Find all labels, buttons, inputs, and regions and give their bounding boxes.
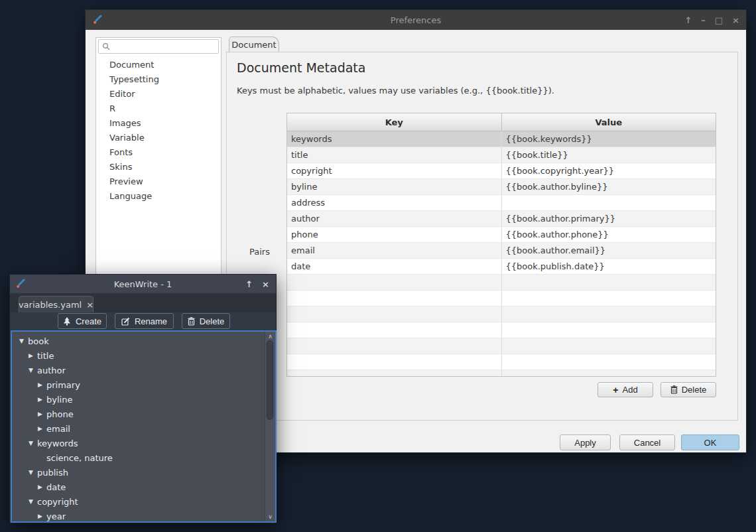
create-button[interactable]: Create	[58, 313, 107, 329]
table-row-date[interactable]: date{{book.publish.date}}	[287, 259, 716, 275]
delete-button[interactable]: Delete	[661, 382, 716, 397]
delete-button[interactable]: Delete	[182, 313, 230, 329]
table-row-email[interactable]: email{{book.author.email}}	[287, 243, 716, 259]
table-row-empty[interactable]	[287, 275, 716, 291]
scroll-down-icon[interactable]: ∨	[265, 513, 275, 520]
table-row-empty[interactable]	[287, 306, 716, 322]
tab-close-icon[interactable]: ×	[86, 300, 94, 310]
sidebar-item-r[interactable]: R	[96, 101, 221, 116]
value-cell[interactable]	[502, 354, 716, 369]
close-icon[interactable]: ×	[732, 16, 739, 25]
table-row-empty[interactable]	[287, 338, 716, 354]
tree-scrollbar[interactable]: ∧ ∨	[265, 332, 275, 521]
value-cell[interactable]	[502, 275, 716, 290]
value-cell[interactable]	[502, 195, 716, 210]
chevron-collapsed-icon[interactable]: ▶	[38, 513, 46, 519]
table-row-keywords[interactable]: keywords{{book.keywords}}	[287, 131, 716, 147]
sidebar-item-editor[interactable]: Editor	[96, 87, 221, 101]
tree-item-email[interactable]: ▶email	[12, 421, 265, 436]
key-cell[interactable]: copyright	[287, 163, 502, 178]
sidebar-item-preview[interactable]: Preview	[96, 174, 221, 189]
keenwrite-titlebar[interactable]: KeenWrite - 1 ↑ ×	[10, 275, 276, 293]
key-cell[interactable]: title	[287, 147, 502, 163]
chevron-expanded-icon[interactable]: ▼	[29, 440, 37, 446]
tree-item-phone[interactable]: ▶phone	[12, 407, 265, 421]
sidebar-item-language[interactable]: Language	[96, 189, 221, 204]
value-cell[interactable]	[502, 306, 716, 322]
keep-above-icon[interactable]: ↑	[245, 279, 253, 289]
tree-item-primary[interactable]: ▶primary	[12, 377, 265, 392]
ok-button[interactable]: OK	[681, 434, 739, 450]
column-header-value[interactable]: Value	[502, 113, 716, 131]
tree-item-copyright[interactable]: ▼copyright	[12, 494, 265, 509]
table-row-empty[interactable]	[287, 322, 716, 338]
key-cell[interactable]: author	[287, 211, 502, 226]
value-cell[interactable]	[502, 370, 716, 377]
sidebar-item-fonts[interactable]: Fonts	[96, 145, 221, 160]
key-cell[interactable]: phone	[287, 227, 502, 242]
tree-item-book[interactable]: ▼book	[12, 334, 265, 348]
maximize-icon[interactable]: □	[715, 16, 723, 25]
table-row-empty[interactable]	[287, 291, 716, 306]
tree-item-date[interactable]: ▶date	[12, 480, 265, 494]
minimize-icon[interactable]: –	[701, 16, 706, 25]
keep-above-icon[interactable]: ↑	[684, 16, 692, 25]
rename-button[interactable]: Rename	[115, 313, 174, 329]
chevron-collapsed-icon[interactable]: ▶	[29, 352, 37, 359]
key-cell[interactable]	[287, 322, 502, 338]
value-cell[interactable]: {{book.publish.date}}	[502, 259, 716, 274]
key-cell[interactable]: date	[287, 259, 502, 274]
chevron-expanded-icon[interactable]: ▼	[19, 338, 28, 344]
apply-button[interactable]: Apply	[560, 434, 611, 450]
key-cell[interactable]: keywords	[287, 131, 502, 147]
scroll-up-icon[interactable]: ∧	[265, 333, 275, 340]
value-cell[interactable]: {{book.author.primary}}	[502, 211, 716, 226]
tree-item-year[interactable]: ▶year	[12, 509, 265, 523]
chevron-collapsed-icon[interactable]: ▶	[38, 381, 46, 388]
sidebar-item-variable[interactable]: Variable	[96, 131, 221, 145]
value-cell[interactable]	[502, 338, 716, 354]
sidebar-item-typesetting[interactable]: Typesetting	[96, 72, 221, 87]
chevron-expanded-icon[interactable]: ▼	[29, 367, 37, 373]
sidebar-item-document[interactable]: Document	[96, 58, 221, 72]
table-row-phone[interactable]: phone{{book.author.phone}}	[287, 227, 716, 243]
value-cell[interactable]	[502, 291, 716, 306]
tree-item-keywords[interactable]: ▼keywords	[12, 436, 265, 450]
key-cell[interactable]	[287, 275, 502, 290]
tree-item-publish[interactable]: ▼publish	[12, 465, 265, 480]
chevron-collapsed-icon[interactable]: ▶	[38, 411, 46, 417]
table-row-empty[interactable]	[287, 370, 716, 377]
value-cell[interactable]: {{book.author.email}}	[502, 243, 716, 258]
close-icon[interactable]: ×	[262, 279, 269, 289]
table-row-copyright[interactable]: copyright{{book.copyright.year}}	[287, 163, 716, 179]
chevron-collapsed-icon[interactable]: ▶	[38, 425, 46, 432]
key-cell[interactable]	[287, 338, 502, 354]
value-cell[interactable]: {{book.author.byline}}	[502, 179, 716, 194]
key-cell[interactable]	[287, 354, 502, 369]
search-input[interactable]	[98, 39, 219, 54]
chevron-expanded-icon[interactable]: ▼	[29, 498, 37, 505]
value-cell[interactable]: {{book.title}}	[502, 147, 716, 163]
table-row-address[interactable]: address	[287, 195, 716, 211]
key-cell[interactable]	[287, 370, 502, 377]
key-cell[interactable]	[287, 291, 502, 306]
tab-document[interactable]: Document	[229, 36, 279, 52]
scrollbar-thumb[interactable]	[267, 340, 273, 420]
sidebar-item-images[interactable]: Images	[96, 116, 221, 131]
key-cell[interactable]: email	[287, 243, 502, 258]
table-row-empty[interactable]	[287, 354, 716, 370]
key-cell[interactable]: address	[287, 195, 502, 210]
tree-item-science-nature[interactable]: science, nature	[12, 450, 265, 465]
column-header-key[interactable]: Key	[287, 113, 502, 131]
value-cell[interactable]: {{book.copyright.year}}	[502, 163, 716, 178]
key-cell[interactable]: byline	[287, 179, 502, 194]
value-cell[interactable]: {{book.author.phone}}	[502, 227, 716, 242]
table-row-author[interactable]: author{{book.author.primary}}	[287, 211, 716, 227]
cancel-button[interactable]: Cancel	[619, 434, 675, 450]
chevron-collapsed-icon[interactable]: ▶	[38, 484, 46, 490]
value-cell[interactable]: {{book.keywords}}	[502, 131, 716, 147]
table-row-title[interactable]: title{{book.title}}	[287, 147, 716, 163]
tab-variables-yaml[interactable]: variables.yaml ×	[19, 296, 94, 312]
chevron-expanded-icon[interactable]: ▼	[29, 469, 37, 476]
table-row-byline[interactable]: byline{{book.author.byline}}	[287, 179, 716, 195]
